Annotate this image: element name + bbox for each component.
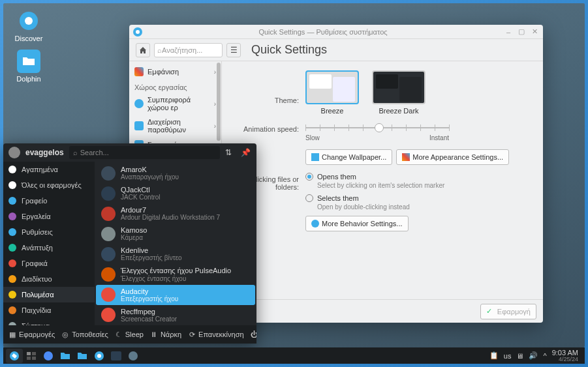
category-item[interactable]: Σύστημα (3, 318, 95, 325)
radio-opens[interactable]: Opens them (305, 173, 444, 181)
category-label: Γραφείο (22, 197, 47, 205)
category-item[interactable]: Πολυμέσα (3, 287, 95, 302)
theme-preview (372, 70, 426, 104)
radio-icon (305, 194, 313, 202)
app-item[interactable]: RecffmpegScreencast Creator (96, 305, 255, 325)
category-label: Πολυμέσα (22, 291, 54, 299)
settings-search[interactable]: ⌕ Αναζήτηση... (154, 43, 223, 57)
user-avatar[interactable] (8, 147, 20, 158)
sort-icon[interactable]: ⇅ (225, 148, 236, 157)
footer-moon[interactable]: ☾Sleep (115, 330, 144, 338)
sidebar-scrollbar[interactable] (217, 63, 221, 141)
svg-point-1 (25, 17, 33, 25)
svg-point-8 (44, 351, 53, 360)
category-item[interactable]: Ρυθμίσεις (3, 224, 95, 240)
clock[interactable]: 9:03 AM 4/25/24 (552, 349, 578, 362)
app-item[interactable]: AudacityΕπεξεργαστής ήχου (96, 285, 255, 305)
slider-max-label: Instant (429, 134, 449, 141)
footer-pause[interactable]: ⏸Νάρκη (150, 330, 181, 338)
application-launcher: evaggelos ⌕Search... ⇅ 📌 ΑγαπημέναΌλες ο… (3, 143, 256, 344)
category-item[interactable]: Όλες οι εφαρμογές (3, 177, 95, 193)
change-wallpaper-button[interactable]: Change Wallpaper... (305, 149, 392, 165)
taskbar-app-settings[interactable] (125, 349, 142, 363)
tray-lang[interactable]: us (504, 352, 512, 360)
app-item[interactable]: KdenliveΕπεξεργαστής βίντεο (96, 244, 255, 264)
slider-min-label: Slow (305, 134, 320, 141)
app-item[interactable]: KamosoΚάμερα (96, 224, 255, 244)
close-button[interactable]: ✕ (530, 27, 539, 37)
app-desc: Screencast Creator (121, 316, 177, 323)
tray-display-icon[interactable]: 🖥 (516, 352, 523, 360)
desktop-icon-discover[interactable]: Discover (9, 9, 48, 42)
theme-breeze[interactable]: Breeze (305, 70, 359, 115)
animation-speed-slider[interactable] (305, 123, 449, 133)
sidebar-item-window-management[interactable]: Διαχείριση παραθύρων› (129, 115, 221, 137)
minimize-button[interactable]: – (504, 27, 513, 37)
footer-grid[interactable]: ▦Εφαρμογές (8, 330, 55, 338)
hamburger-button[interactable]: ☰ (226, 43, 241, 57)
app-item[interactable]: AmaroKΑναπαραγωγή ήχου (96, 163, 255, 183)
animation-label: Animation speed: (235, 123, 305, 133)
titlebar[interactable]: Quick Settings — Ρυθμίσεις συστήματος – … (129, 25, 543, 39)
svg-rect-4 (27, 352, 31, 355)
app-desc: JACK Control (121, 194, 161, 201)
tray-chevron-up-icon[interactable]: ^ (543, 352, 546, 360)
tray-clipboard-icon[interactable]: 📋 (489, 351, 499, 360)
opens-hint: Select by clicking on item's selection m… (317, 182, 444, 189)
slider-handle[interactable] (375, 123, 384, 132)
category-item[interactable]: Γραφικά (3, 256, 95, 271)
app-item[interactable]: QJackCtlJACK Control (96, 183, 255, 203)
app-item[interactable]: Έλεγχος έντασης ήχου PulseAudioΈλεγχος έ… (96, 264, 255, 284)
app-item[interactable]: Ardour7Ardour Digital Audio Workstation … (96, 203, 255, 224)
category-label: Διαδίκτυο (22, 275, 52, 283)
category-item[interactable]: Γραφείο (3, 193, 95, 209)
windows-icon (134, 121, 144, 130)
taskbar-app-dolphin[interactable] (74, 349, 91, 363)
compass-icon: ◎ (61, 330, 69, 338)
category-item[interactable]: Παιχνίδια (3, 302, 95, 318)
system-tray: 📋 us 🖥 🔊 ^ 9:03 AM 4/25/24 (489, 349, 582, 362)
moon-icon: ☾ (115, 330, 123, 338)
maximize-button[interactable]: ▢ (517, 27, 526, 37)
category-label: Ρυθμίσεις (22, 228, 53, 236)
app-icon (101, 227, 116, 241)
app-icon (101, 166, 116, 181)
start-button[interactable] (6, 349, 23, 363)
pin-icon[interactable]: 📌 (241, 148, 251, 157)
footer-compass[interactable]: ◎Τοποθεσίες (61, 330, 108, 338)
radio-selects[interactable]: Selects them (305, 194, 444, 202)
taskbar-app-discover[interactable] (91, 349, 108, 363)
more-appearance-button[interactable]: More Appearance Settings... (396, 149, 509, 165)
clock-date: 4/25/24 (552, 357, 578, 362)
svg-point-12 (129, 351, 138, 360)
footer-restart[interactable]: ⟳Επανεκκίνηση (188, 330, 244, 338)
tray-volume-icon[interactable]: 🔊 (529, 351, 538, 360)
category-item[interactable]: Διαδίκτυο (3, 271, 95, 287)
category-item[interactable]: Ανάπτυξη (3, 240, 95, 256)
home-button[interactable] (136, 43, 150, 57)
app-icon (101, 247, 116, 261)
taskbar-app-files[interactable] (57, 349, 74, 363)
theme-breeze-dark[interactable]: Breeze Dark (372, 70, 426, 115)
svg-rect-11 (111, 351, 121, 360)
taskbar-app-terminal[interactable] (108, 349, 125, 363)
app-name: Kamoso (121, 226, 147, 234)
category-item[interactable]: Αγαπημένα (3, 162, 95, 177)
category-icon (8, 259, 16, 267)
desktop-icon-dolphin[interactable]: Dolphin (9, 50, 48, 83)
taskbar-pager[interactable] (23, 349, 40, 363)
app-icon (101, 308, 116, 322)
sidebar-item-appearance[interactable]: Εμφάνιση › (129, 64, 221, 80)
footer-power[interactable]: ⏻Τερματισμός (251, 330, 256, 338)
sidebar-item-workspace-behavior[interactable]: Συμπεριφορά χώρου ερ› (129, 93, 221, 115)
chevron-right-icon: › (214, 68, 216, 76)
more-behavior-button[interactable]: More Behavior Settings... (305, 216, 409, 231)
category-icon (8, 275, 16, 283)
launcher-search[interactable]: ⌕Search... (69, 146, 220, 159)
category-item[interactable]: Εργαλεία (3, 209, 95, 224)
search-icon: ⌕ (157, 46, 162, 54)
app-desc: Επεξεργαστής βίντεο (121, 254, 182, 261)
taskbar-app-browser[interactable] (40, 349, 57, 363)
apply-button[interactable]: ✓Εφαρμογή (480, 304, 536, 319)
desktop-icon-label: Dolphin (9, 75, 48, 83)
